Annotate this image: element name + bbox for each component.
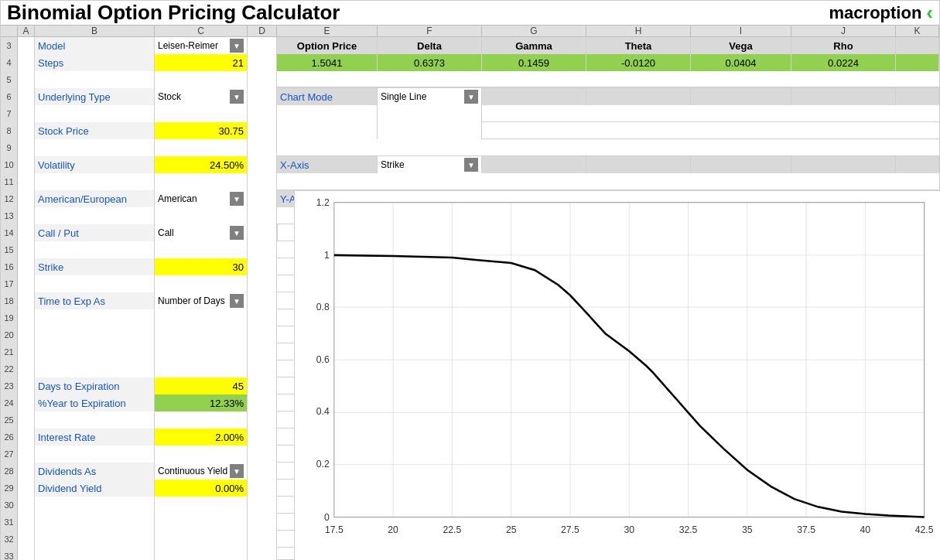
year-to-exp-value: 12.33% (155, 394, 248, 411)
dividends-as-dropdown[interactable]: Continuous Yield ▼ (155, 463, 248, 480)
svg-text:20: 20 (388, 524, 398, 535)
american-dropdown[interactable]: American ▼ (155, 190, 248, 207)
row-num-14: 14 (1, 224, 18, 241)
page-title: Binomial Option Pricing Calculator (7, 1, 340, 25)
row-3: 3 Model Leisen-Reimer ▼ Option Price Del… (1, 37, 939, 54)
svg-text:0.8: 0.8 (316, 302, 330, 312)
row-num-28: 28 (1, 463, 18, 480)
row-num-13: 13 (1, 207, 18, 224)
row-num-23: 23 (1, 377, 18, 394)
cell-a3 (18, 37, 35, 54)
col-header-K: K (896, 26, 939, 36)
call-put-arrow[interactable]: ▼ (230, 226, 244, 240)
col-header-H: H (586, 26, 691, 36)
col-header-F: F (378, 26, 482, 36)
col-header-A: A (18, 26, 35, 36)
col-header-B: B (35, 26, 155, 36)
svg-text:25: 25 (506, 524, 517, 535)
row-num-11: 11 (1, 173, 18, 190)
svg-text:37.5: 37.5 (797, 524, 815, 535)
svg-text:35: 35 (742, 524, 753, 535)
model-dropdown[interactable]: Leisen-Reimer ▼ (155, 37, 248, 54)
row-num-18: 18 (1, 292, 18, 309)
strike-value[interactable]: 30 (155, 258, 248, 275)
cell-d4 (248, 54, 277, 71)
row-num-4: 4 (1, 54, 18, 71)
svg-text:0.2: 0.2 (316, 459, 330, 470)
row-8: 8 Stock Price 30.75 (1, 122, 939, 139)
col-header-C: C (155, 26, 248, 36)
chart-mode-arrow[interactable]: ▼ (464, 90, 478, 104)
time-to-exp-arrow[interactable]: ▼ (230, 294, 244, 308)
row-num-7: 7 (1, 105, 18, 122)
strike-label: Strike (35, 258, 155, 275)
row-num-6: 6 (1, 88, 18, 105)
svg-text:1: 1 (324, 250, 330, 261)
underlying-type-label: Underlying Type (35, 88, 155, 105)
row-num-15: 15 (1, 241, 18, 258)
interest-rate-value[interactable]: 2.00% (155, 429, 248, 446)
col-header-D: D (248, 26, 277, 36)
interest-rate-label: Interest Rate (35, 429, 155, 446)
svg-text:0: 0 (324, 512, 330, 523)
american-arrow[interactable]: ▼ (230, 192, 244, 206)
row-num-3: 3 (1, 37, 18, 54)
row-4: 4 Steps 21 1.5041 0.6373 0.1459 -0.0120 … (1, 54, 939, 71)
underlying-type-arrow[interactable]: ▼ (230, 90, 244, 104)
cell-k3 (896, 37, 939, 54)
svg-text:42.5: 42.5 (915, 524, 934, 535)
stock-price-label: Stock Price (35, 122, 155, 139)
title-bar: Binomial Option Pricing Calculator macro… (1, 1, 939, 26)
row-num-17: 17 (1, 275, 18, 292)
row-7: 7 (1, 105, 939, 122)
time-to-exp-label: Time to Exp As (35, 292, 155, 309)
brand-logo: macroption ‹ (829, 1, 933, 25)
row-num-8: 8 (1, 122, 18, 139)
row-num-29: 29 (1, 480, 18, 497)
svg-text:27.5: 27.5 (561, 524, 579, 535)
brand-icon: ‹ (926, 1, 933, 25)
delta-value: 0.6373 (378, 54, 482, 71)
dividend-yield-value[interactable]: 0.00% (155, 480, 248, 497)
chart-container: 0 0.2 0.4 0.6 0.8 1 1.2 17.5 20 22.5 25 … (294, 190, 940, 560)
row-6: 6 Underlying Type Stock ▼ Chart Mode Sin… (1, 88, 939, 105)
row-num-16: 16 (1, 258, 18, 275)
theta-header: Theta (586, 37, 691, 54)
x-axis-arrow[interactable]: ▼ (464, 158, 478, 172)
svg-text:17.5: 17.5 (325, 524, 344, 535)
model-dropdown-arrow[interactable]: ▼ (230, 39, 244, 53)
dividend-yield-label: Dividend Yield (35, 480, 155, 497)
col-header-rownum (1, 26, 18, 36)
theta-value: -0.0120 (586, 54, 691, 71)
column-headers: A B C D E F G H I J K (1, 26, 939, 37)
option-price-header: Option Price (277, 37, 378, 54)
chart-mode-dropdown[interactable]: Single Line ▼ (378, 88, 482, 105)
stock-price-value[interactable]: 30.75 (155, 122, 248, 139)
call-put-dropdown[interactable]: Call ▼ (155, 224, 248, 241)
time-to-exp-dropdown[interactable]: Number of Days ▼ (155, 292, 248, 309)
days-to-exp-label: Days to Expiration (35, 377, 155, 394)
row-9: 9 (1, 139, 939, 156)
volatility-value[interactable]: 24.50% (155, 156, 248, 173)
x-axis-dropdown[interactable]: Strike ▼ (378, 156, 482, 173)
call-put-label: Call / Put (35, 224, 155, 241)
underlying-type-dropdown[interactable]: Stock ▼ (155, 88, 248, 105)
cell-d3 (248, 37, 277, 54)
row-num-10: 10 (1, 156, 18, 173)
rho-value: 0.0224 (791, 54, 896, 71)
rho-header: Rho (791, 37, 896, 54)
col-header-E: E (277, 26, 378, 36)
steps-value[interactable]: 21 (155, 54, 248, 71)
steps-label: Steps (35, 54, 155, 71)
svg-rect-0 (295, 195, 940, 557)
cell-k4 (896, 54, 939, 71)
volatility-label: Volatility (35, 156, 155, 173)
row-num-24: 24 (1, 394, 18, 411)
row-5: 5 (1, 71, 939, 88)
row-num-12: 12 (1, 190, 18, 207)
dividends-as-arrow[interactable]: ▼ (230, 464, 244, 478)
row-num-5: 5 (1, 71, 18, 88)
dividends-as-label: Dividends As (35, 463, 155, 480)
days-to-exp-value[interactable]: 45 (155, 377, 248, 394)
x-axis-label: X-Axis (277, 156, 378, 173)
